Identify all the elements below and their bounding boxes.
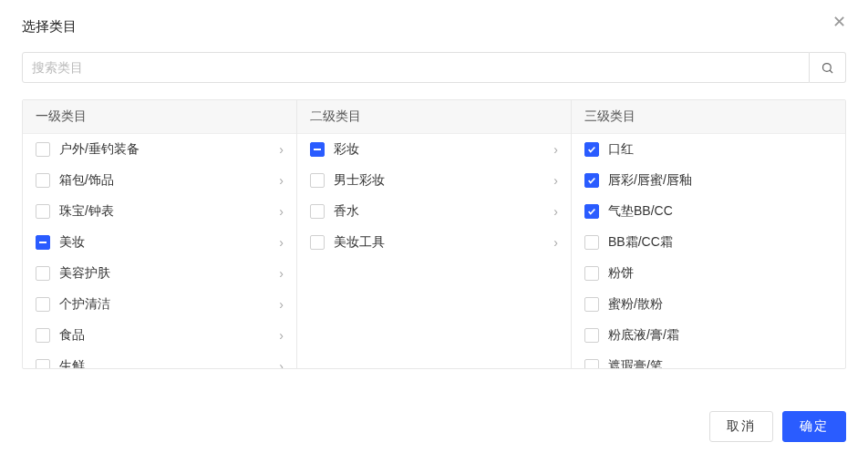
search-row [22,52,846,83]
category-label: 粉底液/膏/霜 [608,327,832,344]
checkbox[interactable] [584,173,599,188]
category-label: 美妆工具 [334,234,544,251]
category-label: 香水 [334,203,544,220]
panel-level-3: 三级类目口红唇彩/唇蜜/唇釉气垫BB/CCBB霜/CC霜粉饼蜜粉/散粉粉底液/膏… [572,100,845,368]
panel-body[interactable]: 口红唇彩/唇蜜/唇釉气垫BB/CCBB霜/CC霜粉饼蜜粉/散粉粉底液/膏/霜遮瑕… [572,134,845,368]
cancel-button[interactable]: 取消 [709,411,773,442]
checkbox[interactable] [310,204,325,219]
checkbox[interactable] [584,235,599,250]
category-item[interactable]: BB霜/CC霜 [572,227,845,258]
category-label: 箱包/饰品 [59,172,270,189]
category-label: 美容护肤 [59,265,270,282]
close-button[interactable]: ✕ [830,13,848,31]
category-label: BB霜/CC霜 [608,234,832,251]
svg-line-1 [830,70,832,73]
checkbox[interactable] [36,328,50,343]
panel-level-2: 二级类目彩妆›男士彩妆›香水›美妆工具› [297,100,572,368]
modal-title: 选择类目 [22,18,77,36]
panel-header: 二级类目 [297,100,571,134]
category-item[interactable]: 气垫BB/CC [572,196,845,227]
checkbox[interactable] [584,328,599,343]
chevron-right-icon: › [553,173,558,188]
checkbox[interactable] [584,266,599,281]
category-item[interactable]: 香水› [297,196,571,227]
checkbox[interactable] [36,266,50,281]
checkbox[interactable] [310,173,325,188]
panel-level-1: 一级类目户外/垂钓装备›箱包/饰品›珠宝/钟表›美妆›美容护肤›个护清洁›食品›… [23,100,297,368]
check-icon [587,207,596,216]
panel-header: 一级类目 [23,100,296,134]
checkbox[interactable] [584,204,599,219]
panel-header: 三级类目 [572,100,845,134]
checkbox[interactable] [584,142,599,157]
checkbox[interactable] [36,235,50,250]
close-icon: ✕ [832,12,846,32]
category-label: 蜜粉/散粉 [608,296,832,313]
chevron-right-icon: › [279,173,284,188]
category-item[interactable]: 彩妆› [297,134,571,165]
category-item[interactable]: 户外/垂钓装备› [23,134,296,165]
category-item[interactable]: 食品› [23,320,296,351]
category-label: 美妆 [59,234,270,251]
chevron-right-icon: › [553,235,558,250]
indeterminate-icon [314,149,321,150]
category-item[interactable]: 唇彩/唇蜜/唇釉 [572,165,845,196]
chevron-right-icon: › [279,297,284,312]
chevron-right-icon: › [553,204,558,219]
chevron-right-icon: › [279,204,284,219]
chevron-right-icon: › [279,142,284,157]
category-label: 遮瑕膏/笔 [608,358,832,368]
chevron-right-icon: › [279,266,284,281]
category-panels: 一级类目户外/垂钓装备›箱包/饰品›珠宝/钟表›美妆›美容护肤›个护清洁›食品›… [22,99,846,369]
chevron-right-icon: › [279,328,284,343]
modal-footer: 取消 确定 [22,411,846,442]
category-item[interactable]: 美妆工具› [297,227,571,258]
checkbox[interactable] [584,359,599,368]
indeterminate-icon [39,242,46,243]
category-label: 户外/垂钓装备 [59,141,270,158]
category-label: 粉饼 [608,265,832,282]
checkbox[interactable] [36,173,50,188]
category-label: 唇彩/唇蜜/唇釉 [608,172,832,189]
confirm-button[interactable]: 确定 [782,411,846,442]
check-icon [587,176,596,185]
category-item[interactable]: 箱包/饰品› [23,165,296,196]
checkbox[interactable] [584,297,599,312]
category-item[interactable]: 口红 [572,134,845,165]
checkbox[interactable] [310,142,325,157]
panel-body[interactable]: 彩妆›男士彩妆›香水›美妆工具› [297,134,571,368]
category-label: 食品 [59,327,270,344]
search-icon [821,61,834,75]
category-label: 个护清洁 [59,296,270,313]
search-button[interactable] [810,52,846,83]
check-icon [587,145,596,154]
checkbox[interactable] [310,235,325,250]
category-item[interactable]: 粉饼 [572,258,845,289]
chevron-right-icon: › [553,142,558,157]
category-label: 彩妆 [334,141,544,158]
category-item[interactable]: 男士彩妆› [297,165,571,196]
category-label: 口红 [608,141,832,158]
checkbox[interactable] [36,297,50,312]
category-item[interactable]: 生鲜› [23,351,296,368]
category-item[interactable]: 遮瑕膏/笔 [572,351,845,368]
checkbox[interactable] [36,359,50,368]
category-modal: 选择类目 ✕ 一级类目户外/垂钓装备›箱包/饰品›珠宝/钟表›美妆›美容护肤›个… [0,0,868,460]
svg-point-0 [823,63,832,71]
category-item[interactable]: 美妆› [23,227,296,258]
category-item[interactable]: 个护清洁› [23,289,296,320]
modal-header: 选择类目 [22,18,846,36]
panel-body[interactable]: 户外/垂钓装备›箱包/饰品›珠宝/钟表›美妆›美容护肤›个护清洁›食品›生鲜›茶… [23,134,296,368]
checkbox[interactable] [36,204,50,219]
category-label: 气垫BB/CC [608,203,832,220]
category-item[interactable]: 珠宝/钟表› [23,196,296,227]
search-input[interactable] [22,52,810,83]
category-item[interactable]: 粉底液/膏/霜 [572,320,845,351]
category-label: 男士彩妆 [334,172,544,189]
category-item[interactable]: 蜜粉/散粉 [572,289,845,320]
checkbox[interactable] [36,142,50,157]
category-label: 生鲜 [59,358,270,368]
chevron-right-icon: › [279,235,284,250]
category-label: 珠宝/钟表 [59,203,270,220]
category-item[interactable]: 美容护肤› [23,258,296,289]
